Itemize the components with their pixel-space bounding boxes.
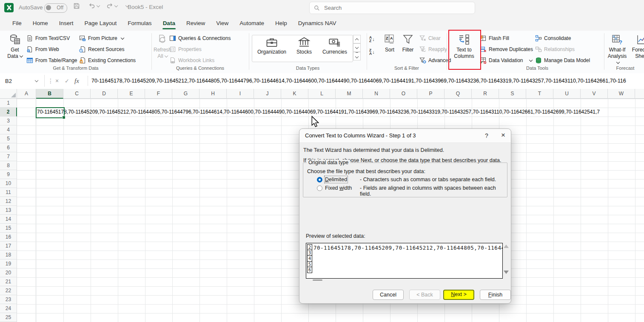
get-data-button[interactable]: Get Data (4, 32, 26, 60)
column-header-R[interactable]: R (472, 89, 499, 99)
tab-view[interactable]: View (211, 17, 234, 30)
row-header-7[interactable]: 7 (0, 152, 17, 161)
row-header-24[interactable]: 24 (0, 304, 17, 313)
row-header-20[interactable]: 20 (0, 268, 17, 277)
from-web-button[interactable]: From Web (26, 44, 59, 54)
consolidate-button[interactable]: Consolidate (535, 33, 571, 43)
row-header-12[interactable]: 12 (0, 197, 17, 206)
finish-button[interactable]: Finish (480, 290, 511, 300)
redo-button[interactable] (106, 3, 117, 9)
dialog-help-button[interactable]: ? (482, 131, 492, 140)
data-preview-box[interactable]: 23456 70-11645178,70-11645209,70-1164521… (306, 243, 503, 279)
row-header-18[interactable]: 18 (0, 251, 17, 259)
row-header-22[interactable]: 22 (0, 286, 17, 295)
fixed-width-radio-label[interactable]: Fixed width (325, 185, 352, 191)
formula-bar-splitter[interactable]: ⋮ (48, 75, 54, 87)
reapply-filter-button[interactable]: Reapply (419, 44, 447, 54)
name-box[interactable]: B2 (0, 75, 45, 87)
row-header-1[interactable]: 1 (0, 99, 17, 108)
column-header-N[interactable]: N (363, 89, 390, 99)
relationships-button[interactable]: Relationships (535, 44, 575, 54)
delimited-radio-label[interactable]: Delimited (325, 177, 347, 182)
row-header-17[interactable]: 17 (0, 242, 17, 251)
queries-connections-button[interactable]: Queries & Connections (169, 33, 231, 43)
row-header-6[interactable]: 6 (0, 143, 17, 152)
properties-button[interactable]: Properties (169, 44, 202, 54)
column-header-Q[interactable]: Q (445, 89, 472, 99)
tab-data[interactable]: Data (157, 17, 181, 30)
tab-home[interactable]: Home (27, 17, 54, 30)
redo-dropdown-icon[interactable] (114, 4, 118, 7)
formula-cancel-button[interactable]: × (55, 75, 59, 87)
fill-handle[interactable] (62, 116, 66, 119)
column-header-U[interactable]: U (553, 89, 581, 99)
preview-scroll-down-button[interactable] (504, 271, 509, 274)
save-button[interactable] (73, 3, 80, 9)
excel-logo-icon[interactable] (4, 3, 14, 12)
row-header-13[interactable]: 13 (0, 206, 17, 215)
row-header-9[interactable]: 9 (0, 170, 17, 179)
clear-filter-button[interactable]: Clear (419, 33, 441, 43)
row-header-14[interactable]: 14 (0, 215, 17, 224)
from-picture-button[interactable]: From Picture (79, 33, 124, 43)
filter-button[interactable]: Filter (399, 32, 417, 53)
row-header-5[interactable]: 5 (0, 134, 17, 143)
formula-enter-button[interactable]: ✓ (65, 75, 69, 87)
row-header-10[interactable]: 10 (0, 179, 17, 188)
column-header-E[interactable]: E (118, 89, 145, 99)
data-validation-button[interactable]: Data Validation (480, 55, 532, 66)
cancel-button[interactable]: Cancel (373, 290, 404, 300)
search-box[interactable] (309, 2, 475, 14)
what-if-analysis-button[interactable]: ? What-If Analysis (606, 32, 629, 66)
tab-formulas[interactable]: Formulas (122, 17, 157, 30)
column-header-I[interactable]: I (227, 89, 254, 99)
column-header-J[interactable]: J (254, 89, 281, 99)
column-header-C[interactable]: C (63, 89, 91, 99)
row-header-21[interactable]: 21 (0, 277, 17, 286)
next-button[interactable]: Next > (443, 290, 474, 300)
column-header-B[interactable]: B (36, 89, 63, 99)
fixed-width-radio[interactable] (317, 185, 322, 191)
tab-automate[interactable]: Automate (234, 17, 270, 30)
tab-insert[interactable]: Insert (54, 17, 79, 30)
undo-button[interactable] (88, 3, 100, 9)
tab-review[interactable]: Review (181, 17, 211, 30)
tab-dynamics-nav[interactable]: Dynamics NAV (293, 17, 342, 30)
row-header-11[interactable]: 11 (0, 188, 17, 197)
preview-scroll-up-button[interactable] (504, 245, 509, 248)
data-type-currencies[interactable]: Currencies (319, 36, 350, 55)
back-button[interactable]: < Back (409, 290, 440, 300)
column-header-D[interactable]: D (91, 89, 118, 99)
dialog-titlebar[interactable]: Convert Text to Columns Wizard - Step 1 … (299, 129, 511, 143)
sort-za-button[interactable]: ZA↓ (369, 48, 375, 55)
column-header-partial[interactable] (635, 89, 644, 99)
active-cell-selection[interactable] (36, 107, 65, 118)
search-input[interactable] (323, 4, 453, 11)
column-header-V[interactable]: V (581, 89, 608, 99)
gallery-up-button[interactable] (353, 35, 361, 43)
column-header-A[interactable]: A (17, 89, 36, 99)
manage-data-model-button[interactable]: Manage Data Model (535, 55, 590, 66)
from-table-range-button[interactable]: From Table/Range (26, 55, 77, 66)
tab-file[interactable]: File (7, 17, 27, 30)
insert-function-button[interactable]: fx (74, 75, 79, 87)
delimited-radio[interactable] (317, 177, 322, 182)
tab-help[interactable]: Help (270, 17, 293, 30)
autosave-toggle[interactable]: Off (44, 3, 67, 13)
forecast-sheet-button[interactable]: Forecast Sheet (630, 32, 644, 60)
column-header-T[interactable]: T (526, 89, 553, 99)
sort-az-button[interactable]: AZ↓ (369, 36, 375, 43)
column-header-G[interactable]: G (172, 89, 199, 99)
formula-input[interactable]: 70-11645178,70-11645209,70-11645212,70-1… (91, 75, 644, 87)
column-header-K[interactable]: K (281, 89, 308, 99)
select-all-button[interactable] (0, 89, 17, 99)
workbook-links-button[interactable]: Workbook Links (169, 55, 214, 66)
column-header-O[interactable]: O (390, 89, 417, 99)
data-type-organization[interactable]: Organization (254, 36, 289, 55)
column-header-L[interactable]: L (308, 89, 336, 99)
row-header-3[interactable]: 3 (0, 117, 17, 125)
column-header-H[interactable]: H (199, 89, 227, 99)
remove-duplicates-button[interactable]: Remove Duplicates (480, 44, 533, 54)
from-text-csv-button[interactable]: From Text/CSV (26, 33, 70, 43)
preview-hscroll-thumb[interactable] (313, 279, 322, 281)
